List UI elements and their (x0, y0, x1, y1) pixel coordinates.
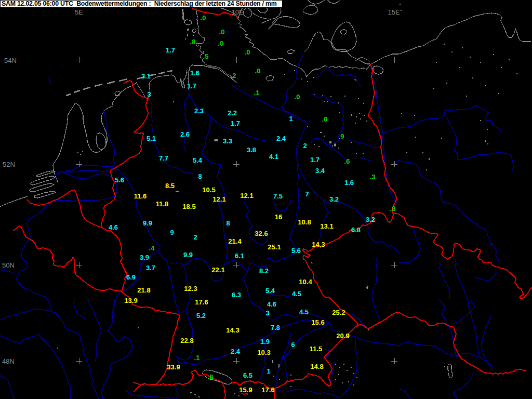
svg-text:54N: 54N (4, 57, 17, 64)
svg-text:.8: .8 (390, 205, 396, 212)
svg-text:5.6: 5.6 (291, 247, 301, 255)
svg-text:21.8: 21.8 (137, 286, 150, 294)
svg-text:10.8: 10.8 (298, 218, 311, 226)
svg-text:5E: 5E (75, 8, 83, 16)
svg-text:2: 2 (193, 233, 197, 241)
svg-text:3.2: 3.2 (366, 216, 375, 223)
svg-text:20.9: 20.9 (336, 332, 349, 340)
svg-text:16: 16 (275, 213, 282, 221)
svg-text:22.1: 22.1 (211, 266, 224, 274)
svg-text:14.3: 14.3 (226, 326, 239, 334)
svg-text:4.5: 4.5 (299, 308, 309, 316)
svg-text:1.7: 1.7 (187, 82, 196, 90)
svg-text:13.1: 13.1 (320, 222, 333, 230)
svg-text:33.9: 33.9 (167, 363, 180, 371)
svg-text:8.2: 8.2 (259, 267, 269, 275)
svg-text:.9: .9 (339, 132, 344, 140)
svg-text:6.1: 6.1 (235, 252, 244, 260)
svg-text:2.3: 2.3 (194, 107, 204, 115)
svg-text:5.1: 5.1 (147, 135, 156, 142)
svg-text:5.4: 5.4 (265, 287, 275, 295)
svg-text:6: 6 (291, 341, 295, 349)
svg-text:8: 8 (198, 172, 202, 180)
svg-text:15E: 15E (388, 8, 400, 16)
svg-text:10.3: 10.3 (257, 349, 270, 356)
svg-text:.0: .0 (295, 93, 300, 101)
svg-text:5.2: 5.2 (196, 312, 206, 320)
svg-text:9.9: 9.9 (183, 251, 193, 259)
svg-text:4.6: 4.6 (109, 223, 118, 231)
svg-text:4.5: 4.5 (292, 290, 301, 298)
svg-text:17.6: 17.6 (261, 386, 274, 394)
svg-text:1.6: 1.6 (190, 69, 200, 77)
svg-text:6.8: 6.8 (351, 226, 361, 234)
svg-text:7.5: 7.5 (273, 192, 283, 200)
svg-text:12.1: 12.1 (240, 192, 253, 200)
svg-text:22.8: 22.8 (180, 337, 193, 344)
svg-text:10E: 10E (231, 8, 243, 16)
svg-text:12.3: 12.3 (184, 285, 197, 292)
svg-text:3: 3 (265, 309, 269, 317)
svg-text:32.6: 32.6 (255, 230, 268, 237)
svg-text:14.8: 14.8 (310, 363, 323, 370)
svg-text:.0: .0 (255, 67, 261, 75)
svg-text:3.8: 3.8 (247, 146, 256, 154)
svg-text:25.1: 25.1 (268, 243, 281, 251)
svg-text:.2: .2 (231, 72, 236, 79)
svg-text:5.4: 5.4 (193, 156, 203, 164)
svg-text:.3: .3 (370, 173, 376, 181)
svg-text:1: 1 (289, 115, 292, 123)
svg-text:17.6: 17.6 (195, 298, 208, 306)
svg-text:1.7: 1.7 (310, 156, 320, 164)
svg-text:1: 1 (267, 367, 270, 375)
svg-text:3.7: 3.7 (146, 264, 155, 272)
svg-text:2: 2 (303, 142, 307, 150)
svg-text:.0: .0 (322, 115, 328, 123)
svg-text:3.4: 3.4 (315, 167, 325, 175)
svg-text:50N: 50N (2, 261, 15, 269)
svg-text:8.5: 8.5 (165, 182, 175, 190)
svg-text:4.6: 4.6 (267, 300, 276, 308)
svg-text:10.5: 10.5 (202, 186, 215, 194)
svg-text:6.3: 6.3 (232, 291, 241, 299)
svg-text:.0: .0 (218, 39, 224, 47)
svg-text:.5: .5 (203, 52, 209, 60)
svg-text:2.6: 2.6 (180, 130, 190, 138)
svg-text:13.9: 13.9 (124, 297, 137, 304)
svg-text:3.3: 3.3 (223, 137, 232, 145)
svg-text:.8: .8 (190, 38, 196, 46)
svg-text:1.6: 1.6 (344, 179, 354, 187)
svg-text:52N: 52N (3, 161, 15, 168)
svg-text:.0: .0 (219, 28, 225, 36)
svg-text:10.4: 10.4 (299, 278, 312, 286)
svg-text:3.9: 3.9 (140, 254, 149, 261)
svg-text:3: 3 (147, 90, 151, 98)
svg-text:2.4: 2.4 (231, 348, 241, 355)
svg-text:15.6: 15.6 (311, 318, 324, 326)
svg-text:.8: .8 (208, 373, 214, 381)
svg-text:2.2: 2.2 (228, 109, 237, 117)
svg-text:3.2: 3.2 (329, 195, 339, 203)
svg-text:.1: .1 (194, 354, 200, 362)
svg-text:21.4: 21.4 (228, 237, 242, 245)
svg-text:3.1: 3.1 (141, 72, 151, 80)
svg-text:.0: .0 (245, 48, 250, 56)
svg-text:4.1: 4.1 (269, 153, 278, 161)
svg-text:15.9: 15.9 (239, 386, 252, 394)
svg-text:14.3: 14.3 (312, 241, 325, 248)
svg-text:12.1: 12.1 (212, 195, 225, 203)
svg-text:11.8: 11.8 (156, 200, 169, 208)
svg-text:1.7: 1.7 (231, 119, 240, 127)
svg-text:11.5: 11.5 (310, 345, 323, 353)
svg-text:18.5: 18.5 (182, 203, 195, 210)
svg-text:8: 8 (226, 219, 230, 227)
svg-text:11.6: 11.6 (134, 192, 147, 200)
svg-text:6.5: 6.5 (243, 371, 252, 379)
svg-text:1.9: 1.9 (260, 338, 270, 345)
svg-text:9: 9 (170, 229, 174, 236)
svg-text:7.7: 7.7 (159, 154, 168, 162)
svg-text:5.6: 5.6 (115, 176, 124, 184)
svg-text:.4: .4 (149, 244, 155, 252)
svg-text:7.8: 7.8 (271, 324, 280, 331)
svg-text:6.9: 6.9 (126, 273, 136, 281)
